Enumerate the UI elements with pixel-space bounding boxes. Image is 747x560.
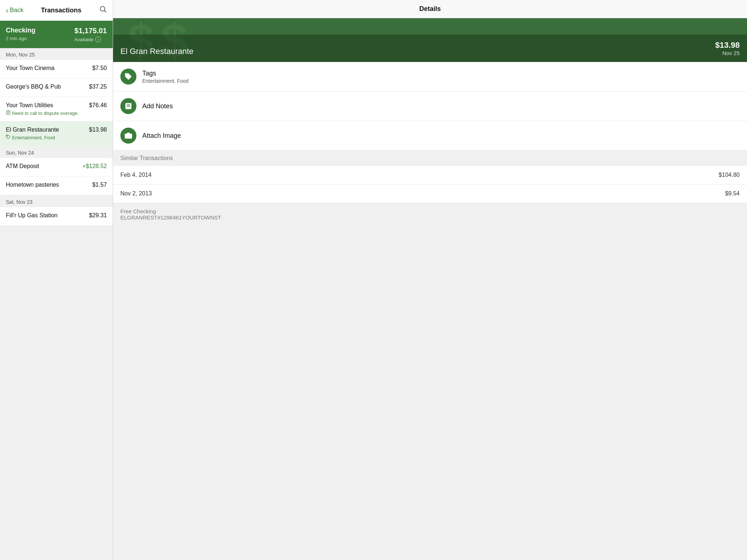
similar-amount-2: $9.54 bbox=[725, 190, 740, 197]
attach-image-row[interactable]: Attach Image bbox=[113, 121, 747, 151]
similar-date-2: Nov 2, 2013 bbox=[120, 190, 152, 197]
transaction-item[interactable]: George's BBQ & Pub $37.25 bbox=[0, 78, 113, 97]
notes-label: Add Notes bbox=[142, 102, 173, 110]
transaction-amount: $37.25 bbox=[89, 83, 107, 90]
transaction-info: Fill'r Up Gas Station bbox=[6, 212, 58, 220]
transaction-info: El Gran Restaurante Entertainment, Food bbox=[6, 127, 59, 140]
transaction-item[interactable]: Your Town Cinema $7.50 bbox=[0, 60, 113, 78]
nav-bar: ‹ Back Transactions bbox=[0, 0, 113, 21]
tags-icon bbox=[120, 69, 136, 85]
details-merchant: El Gran Restaurante bbox=[120, 47, 194, 56]
note-icon bbox=[6, 110, 11, 116]
details-header-content: El Gran Restaurante $13.98 Nov 25 bbox=[113, 35, 747, 62]
transaction-amount: $1.57 bbox=[92, 182, 107, 188]
details-title: Details bbox=[419, 5, 441, 12]
back-label: Back bbox=[10, 7, 24, 14]
account-balance: $1,175.01 bbox=[74, 27, 107, 35]
transaction-amount: $7.50 bbox=[92, 65, 107, 71]
tags-content: Tags Entertainment, Food bbox=[142, 70, 189, 84]
attach-image-label: Attach Image bbox=[142, 132, 181, 140]
left-panel: ‹ Back Transactions Checking 2 min ago $… bbox=[0, 0, 113, 560]
details-header: $ $ El Gran Restaurante $13.98 Nov 25 bbox=[113, 18, 747, 62]
footer-transaction-id: ELGRANREST#1298461YOURTOWNST bbox=[120, 214, 740, 221]
group-mon-nov-25: Your Town Cinema $7.50 George's BBQ & Pu… bbox=[0, 60, 113, 145]
transaction-item[interactable]: Hometown pasteries $1.57 bbox=[0, 176, 113, 195]
transaction-note: Need to call to dispute overage. bbox=[6, 110, 79, 116]
group-sun-nov-24: ATM Deposit +$128.52 Hometown pasteries … bbox=[0, 158, 113, 195]
account-available: Available i bbox=[74, 36, 107, 42]
info-icon[interactable]: i bbox=[95, 36, 101, 42]
account-card[interactable]: Checking 2 min ago $1,175.01 Available i bbox=[0, 21, 113, 48]
camera-icon bbox=[120, 128, 136, 144]
transaction-item[interactable]: ATM Deposit +$128.52 bbox=[0, 158, 113, 176]
svg-point-7 bbox=[126, 74, 127, 75]
transaction-item-selected[interactable]: El Gran Restaurante Entertainment, Food … bbox=[0, 121, 113, 145]
svg-line-1 bbox=[104, 11, 106, 12]
similar-transactions-header: Similar Transactions bbox=[113, 151, 747, 166]
details-date: Nov 25 bbox=[715, 50, 740, 56]
search-icon[interactable] bbox=[99, 5, 107, 15]
details-nav: Details bbox=[113, 0, 747, 18]
transaction-amount: $29.31 bbox=[89, 212, 107, 219]
account-name: Checking bbox=[6, 27, 35, 34]
transaction-info: Your Town Utilities Need to call to disp… bbox=[6, 102, 79, 116]
right-panel: Details $ $ El Gran Restaurante $13.98 N… bbox=[113, 0, 747, 560]
section-header-mon: Mon, Nov 25 bbox=[0, 48, 113, 60]
similar-row[interactable]: Feb 4, 2014 $104.80 bbox=[113, 166, 747, 184]
back-button[interactable]: ‹ Back bbox=[6, 6, 23, 15]
transaction-info: ATM Deposit bbox=[6, 163, 39, 171]
transaction-amount-positive: +$128.52 bbox=[82, 163, 107, 170]
tags-value: Entertainment, Food bbox=[142, 78, 189, 84]
account-info: Checking 2 min ago bbox=[6, 27, 35, 41]
footer-info: Free Checking ELGRANREST#1298461YOURTOWN… bbox=[113, 203, 747, 226]
transaction-item[interactable]: Your Town Utilities Need to call to disp… bbox=[0, 97, 113, 121]
section-header-sun: Sun, Nov 24 bbox=[0, 146, 113, 158]
transaction-amount: $76.46 bbox=[89, 102, 107, 109]
transaction-tag: Entertainment, Food bbox=[6, 135, 59, 140]
similar-date-1: Feb 4, 2014 bbox=[120, 172, 151, 178]
account-time: 2 min ago bbox=[6, 36, 35, 41]
transaction-info: Hometown pasteries bbox=[6, 182, 59, 190]
notes-row[interactable]: Add Notes bbox=[113, 92, 747, 121]
similar-amount-1: $104.80 bbox=[719, 172, 740, 178]
svg-point-0 bbox=[100, 7, 105, 11]
details-body: Tags Entertainment, Food Add Notes bbox=[113, 62, 747, 151]
footer-account: Free Checking bbox=[120, 208, 740, 214]
details-amount: $13.98 bbox=[715, 40, 740, 50]
nav-title: Transactions bbox=[41, 7, 81, 14]
transaction-name: Your Town Cinema bbox=[6, 65, 54, 73]
transaction-list: Mon, Nov 25 Your Town Cinema $7.50 Georg… bbox=[0, 48, 113, 226]
back-chevron-icon: ‹ bbox=[6, 6, 8, 15]
transaction-amount: $13.98 bbox=[89, 127, 107, 133]
similar-row[interactable]: Nov 2, 2013 $9.54 bbox=[113, 184, 747, 203]
tags-row[interactable]: Tags Entertainment, Food bbox=[113, 62, 747, 92]
notes-icon bbox=[120, 98, 136, 114]
group-sat-nov-23: Fill'r Up Gas Station $29.31 bbox=[0, 207, 113, 225]
svg-point-6 bbox=[7, 136, 8, 136]
account-balance-block: $1,175.01 Available i bbox=[74, 27, 107, 42]
tag-icon bbox=[6, 135, 11, 140]
section-header-sat: Sat, Nov 23 bbox=[0, 195, 113, 207]
tags-label: Tags bbox=[142, 70, 189, 77]
transaction-item[interactable]: Fill'r Up Gas Station $29.31 bbox=[0, 207, 113, 225]
details-amount-block: $13.98 Nov 25 bbox=[715, 40, 740, 56]
transaction-info: George's BBQ & Pub bbox=[6, 83, 61, 92]
